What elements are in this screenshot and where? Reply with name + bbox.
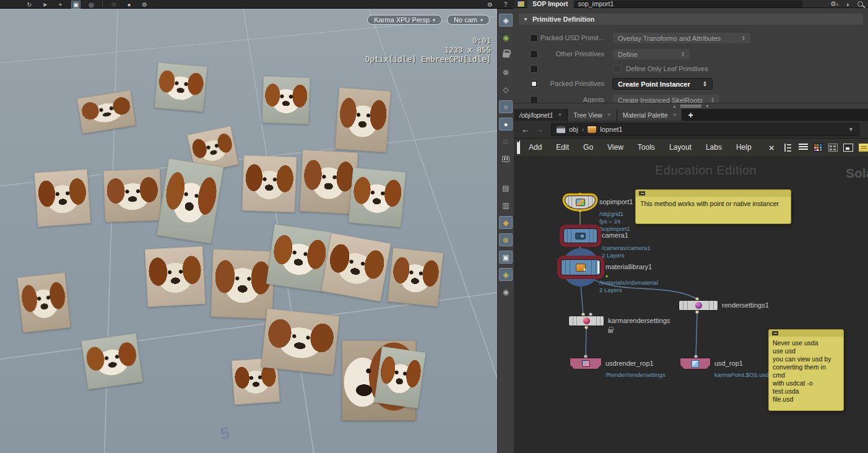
node-usd-rop1[interactable]: usd_rop1 karmaPoint.$OS.usda [680, 358, 711, 369]
tab-material-palette[interactable]: Material Palette× [617, 109, 683, 121]
scene-viewport[interactable]: 5 Karma XPU Persp ▾ No cam ▾ 0:01 1233 x… [0, 9, 497, 453]
camera-selector[interactable]: No cam ▾ [447, 15, 490, 25]
menu-layout[interactable]: Layout [669, 143, 692, 152]
checkbox-other-primitives[interactable] [530, 50, 538, 58]
tab--obj-lopnet1[interactable]: /obj/lopnet1× [514, 109, 568, 121]
mplay-icon[interactable]: ⊖ [109, 1, 118, 9]
splitter-up-icon[interactable]: ▲ [672, 104, 677, 108]
node-usdrender-rop1[interactable]: usdrender_rop1 /Render/rendersettings [570, 358, 602, 369]
spinner-icon[interactable]: ▲▼ [697, 81, 707, 87]
close-icon[interactable]: × [673, 111, 677, 118]
node-info: karmaPoint.$OS.usda [714, 371, 772, 379]
lock-camera-icon[interactable] [499, 48, 513, 61]
display-options-icon[interactable]: ◈ [499, 14, 513, 27]
view-tool-icon[interactable]: ↻ [25, 1, 34, 9]
path-dropdown-icon[interactable]: ▼ [848, 126, 854, 132]
hide-origin-axis-icon[interactable]: ⊗ [499, 233, 513, 246]
presets-icon[interactable]: ◗ [846, 1, 850, 8]
node-sopimport1[interactable]: sopimport1 /obj/grid1 fps = 24 /sopimpor… [565, 196, 596, 209]
snapshot-tool-icon[interactable]: ▣ [71, 1, 80, 9]
tree-view-icon[interactable] [783, 143, 793, 152]
breadcrumb[interactable]: obj › lopnet1 ▼ [551, 123, 859, 136]
spinner-icon[interactable]: ▲▼ [705, 97, 714, 103]
section-primitive-definition[interactable]: ▼ Primitive Definition [519, 14, 863, 25]
menu-go[interactable]: Go [583, 143, 593, 152]
toggle-define-leaf[interactable] [613, 65, 621, 73]
hidden-objects-icon[interactable]: ⊘ [499, 135, 513, 148]
node-name-field[interactable]: sop_import1 [575, 1, 802, 7]
sticky-note-icon[interactable] [859, 144, 868, 152]
zoom-tool-icon[interactable]: ◎ [87, 1, 96, 9]
splitter-grip[interactable] [680, 105, 701, 108]
environment-map-icon[interactable]: ◉ [499, 285, 513, 298]
spinner-icon[interactable]: ▲▼ [675, 51, 685, 57]
display-materials-icon[interactable]: ◆ [499, 216, 513, 229]
node-camera1[interactable]: camera1 /cameras/camera1 2 Layers [563, 228, 597, 243]
add-tab-button[interactable]: + [682, 109, 698, 121]
node-info: /materials/mtlxmaterial 2 Layers [599, 279, 658, 294]
checkbox-leaf-primitives[interactable] [530, 65, 538, 73]
render-settings-icon[interactable]: ⚙ [140, 1, 149, 9]
network-editor[interactable]: Education Edition Sola [514, 156, 868, 453]
pane-splitter[interactable]: ▲▼ [514, 103, 868, 109]
list-view-icon[interactable] [799, 144, 808, 152]
export-view-icon[interactable]: ▥ [499, 199, 513, 212]
checkbox-packed-primitives[interactable] [530, 80, 538, 88]
grid-layout-icon[interactable] [828, 144, 838, 152]
breadcrumb-lopnet1[interactable]: lopnet1 [600, 126, 622, 133]
sticky-note-header[interactable] [769, 330, 843, 337]
network-vscrollbar[interactable] [517, 140, 520, 154]
gear-icon[interactable]: ⚙▾ [830, 0, 838, 8]
menu-view[interactable]: View [607, 143, 623, 152]
close-icon[interactable]: × [607, 111, 611, 118]
spinner-icon[interactable]: ▲▼ [736, 35, 745, 41]
tools-icon[interactable]: × [766, 143, 777, 152]
dropdown-packed-usd[interactable]: Overlay Transforms and Attributes ▲▼ [613, 33, 750, 43]
splitter-down-icon[interactable]: ▼ [705, 104, 710, 108]
renderer-selector[interactable]: Karma XPU Persp ▾ [367, 15, 442, 25]
search-icon[interactable] [857, 1, 863, 7]
node-materiallibrary1[interactable]: materiallibrary1 ▲ /materials/mtlxmateri… [561, 259, 601, 275]
forward-arrow-icon[interactable]: → [535, 124, 544, 134]
minimize-icon[interactable] [639, 191, 645, 196]
breadcrumb-obj[interactable]: obj [569, 126, 578, 133]
back-arrow-icon[interactable]: ← [521, 124, 530, 134]
color-palette-icon[interactable] [814, 144, 823, 152]
high-quality-lighting-icon[interactable]: ○ [499, 100, 513, 113]
lopnet-icon [588, 126, 596, 133]
tab-label: Material Palette [623, 111, 668, 119]
menu-help[interactable]: Help [736, 143, 752, 152]
material-shading-icon[interactable]: ● [499, 118, 513, 131]
close-icon[interactable]: × [558, 111, 562, 118]
pause-render-icon[interactable] [499, 152, 513, 165]
minimize-icon[interactable] [772, 331, 778, 335]
headlight-lighting-icon[interactable]: ⊗ [499, 66, 513, 79]
camera-display-icon[interactable]: ▣ [499, 251, 513, 264]
sticky-note-usda[interactable]: Never use usda use usd you can view usd … [768, 329, 844, 411]
menu-edit[interactable]: Edit [556, 143, 569, 152]
viewport-toolbar-left: ↻➤+▣◎⊖●⚙ [25, 0, 149, 9]
windows-icon[interactable] [843, 144, 853, 152]
ghost-objects-icon[interactable]: ◉ [499, 31, 513, 44]
tab-tree-view[interactable]: Tree View× [568, 109, 617, 121]
menu-labs[interactable]: Labs [706, 143, 722, 152]
sticky-note-header[interactable] [636, 190, 791, 197]
viewport-help-icon[interactable]: ? [501, 1, 510, 9]
normal-lighting-icon[interactable]: ◇ [499, 83, 513, 96]
dropdown-other-primitives[interactable]: Define ▲▼ [613, 49, 690, 59]
select-tool-icon[interactable]: ➤ [40, 1, 50, 9]
render-region-icon[interactable]: ● [124, 1, 134, 9]
handles-tool-icon[interactable]: + [56, 1, 65, 9]
dropdown-packed-primitives[interactable]: Create Point Instancer ▲▼ [613, 79, 712, 89]
node-rendersettings1[interactable]: rendersettings1 [679, 300, 718, 311]
checkbox-packed-usd[interactable] [530, 34, 538, 42]
snapshot-gallery-icon[interactable]: ▤ [499, 181, 513, 194]
node-label: usdrender_rop1 [605, 360, 654, 367]
viewport-options-gear-icon[interactable]: ⚙ [485, 1, 495, 9]
render-settings-node-icon [695, 302, 702, 309]
node-karmarendersettings[interactable]: karmarendersettings [568, 316, 604, 326]
pivot-display-icon[interactable]: ◈ [499, 268, 513, 281]
menu-add[interactable]: Add [529, 143, 542, 152]
sticky-note-instancer[interactable]: This method works with point or native i… [635, 189, 791, 224]
menu-tools[interactable]: Tools [638, 143, 655, 152]
